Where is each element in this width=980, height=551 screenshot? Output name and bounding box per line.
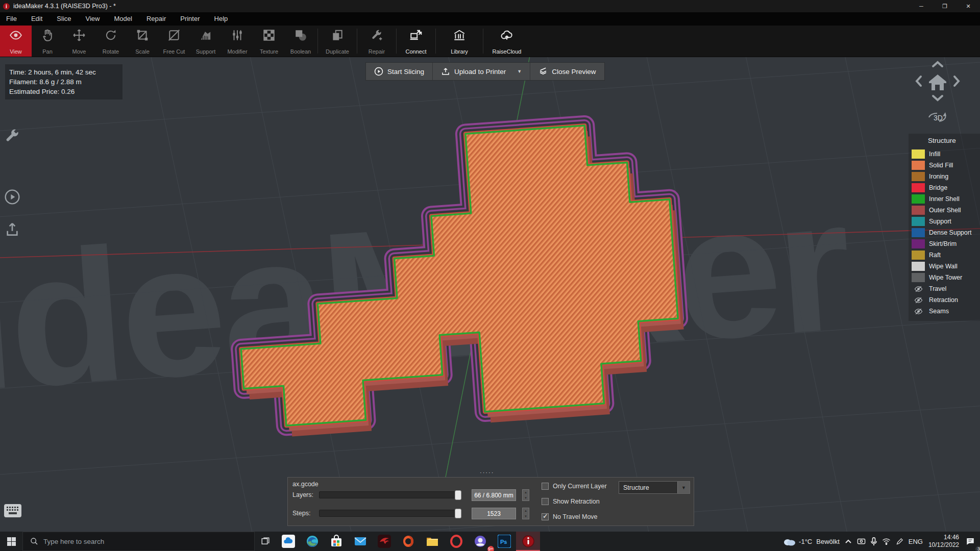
file-explorer-icon [426,535,439,548]
toolbar-move-button[interactable]: Move [63,26,95,57]
taskbar-app-game-bar[interactable]: 9+ [468,532,492,551]
eye-slash-icon [912,307,925,316]
layers-stepper[interactable]: ▲▼ [522,489,529,501]
toolbar-scale-button[interactable]: Scale [127,26,158,57]
language-indicator[interactable]: ENG [906,532,925,551]
toolbar-support-button[interactable]: Support [190,26,222,57]
taskbar-app-ideamaker[interactable] [516,532,540,551]
start-slicing-button[interactable]: Start Slicing [366,63,433,80]
toolbar-duplicate-button[interactable]: Duplicate [319,26,356,57]
layers-slider-knob[interactable] [455,490,461,500]
legend-item-inner-shell[interactable]: Inner Shell [912,193,980,205]
show-retraction-checkbox[interactable] [542,498,549,505]
upload-to-printer-button[interactable]: Upload to Printer ▼ [433,63,530,80]
task-view-button[interactable] [255,532,276,551]
no-travel-move-checkbox[interactable] [542,513,549,520]
taskbar-app-mail[interactable] [348,532,372,551]
nav-right-chevron[interactable] [954,77,959,86]
toolbar-pan-button[interactable]: Pan [32,26,63,57]
upload-dropdown-caret[interactable]: ▼ [517,69,522,74]
legend-item-travel[interactable]: Travel [912,283,980,294]
settings-wrench-button[interactable] [4,128,20,146]
viewport-3d[interactable]: ideaMaker [0,57,980,532]
steps-value[interactable]: 1523 [472,508,516,519]
legend-item-dense-support[interactable]: Dense Support [912,227,980,238]
toolbar-repair-button[interactable]: Repair [358,26,395,57]
legend-title: Structure [928,137,980,144]
toolbar-connect-button[interactable]: Connect [398,26,434,57]
legend-item-bridge[interactable]: Bridge [912,182,980,193]
legend-item-retraction[interactable]: Retraction [912,294,980,306]
taskbar-search-input[interactable]: Type here to search [22,532,255,551]
legend-item-support[interactable]: Support [912,216,980,227]
legend-item-seams[interactable]: Seams [912,306,980,317]
toolbar-rotate-button[interactable]: Rotate [95,26,127,57]
legend-item-outer-shell[interactable]: Outer Shell [912,205,980,216]
steps-slider[interactable] [319,510,461,517]
onscreen-keyboard-button[interactable] [4,504,21,519]
toolbar-view-button[interactable]: View [0,26,32,57]
layers-slider[interactable] [319,491,461,498]
taskbar-app-onedrive[interactable] [276,532,300,551]
scale-icon [136,29,149,42]
menu-slice[interactable]: Slice [50,12,78,26]
toolbar-modifier-button[interactable]: Modifier [222,26,253,57]
legend-item-skirt-brim[interactable]: Skirt/Brim [912,238,980,249]
svg-text:3D: 3D [934,114,943,122]
dropdown-arrow-icon[interactable]: ▼ [677,482,690,493]
tray-expand-button[interactable] [842,532,854,551]
maximize-button[interactable]: ❐ [933,0,957,12]
minimize-button[interactable]: ─ [910,0,933,12]
steps-slider-knob[interactable] [455,509,461,518]
wifi-tray-button[interactable] [879,532,893,551]
menu-edit[interactable]: Edit [24,12,50,26]
stat-filament: Filament: 8.6 g / 2.88 m [9,77,118,87]
steps-stepper[interactable]: ▲▼ [522,508,529,519]
taskbar-app-opera[interactable] [444,532,468,551]
nav-left-chevron[interactable] [917,77,921,86]
meet-now-button[interactable] [854,532,868,551]
legend-item-wipe-tower[interactable]: Wipe Tower [912,272,980,283]
menu-file[interactable]: File [0,12,24,26]
view-mode-dropdown[interactable]: Structure ▼ [619,481,690,494]
clock-widget[interactable]: 14:46 10/12/2022 [925,534,963,549]
toolbar-library-button[interactable]: Library [437,26,482,57]
windows-taskbar: Type here to search 9+Ps -1°C Bewölkt [0,532,980,551]
home-view-button[interactable] [929,74,946,90]
toolbar-free-cut-button[interactable]: Free Cut [158,26,190,57]
taskbar-app-file-explorer[interactable] [420,532,444,551]
layers-value[interactable]: 66 / 6.800 mm [472,489,516,501]
taskbar-app-edge[interactable] [300,532,324,551]
toolbar-boolean-button[interactable]: Boolean [285,26,316,57]
pen-tray-button[interactable] [893,532,906,551]
legend-item-ironing[interactable]: Ironing [912,171,980,182]
legend-item-wipe-wall[interactable]: Wipe Wall [912,261,980,272]
menu-model[interactable]: Model [107,12,139,26]
menu-view[interactable]: View [79,12,107,26]
legend-item-raft[interactable]: Raft [912,249,980,261]
nav-down-chevron[interactable] [933,96,942,100]
legend-item-infill[interactable]: Infill [912,148,980,160]
taskbar-app-photoshop[interactable]: Ps [492,532,516,551]
taskbar-app-store[interactable] [324,532,348,551]
start-button[interactable] [0,532,22,551]
toolbar-raisecloud-button[interactable]: RaiseCloud [484,26,529,57]
microphone-tray-button[interactable] [868,532,879,551]
legend-item-solid-fill[interactable]: Solid Fill [912,160,980,171]
close-button[interactable]: ✕ [957,0,980,12]
taskbar-app-office[interactable] [396,532,420,551]
menu-help[interactable]: Help [207,12,235,26]
weather-widget[interactable]: -1°C Bewölkt [780,532,842,551]
rotate-3d-button[interactable]: 3D [929,112,946,122]
only-current-layer-checkbox[interactable] [542,483,549,490]
close-preview-button[interactable]: Close Preview [530,63,604,80]
menu-repair[interactable]: Repair [139,12,173,26]
notification-center-button[interactable]: 3 [963,532,980,551]
panel-drag-handle[interactable]: ····· [480,469,494,475]
taskbar-app-dragon-center[interactable] [372,532,396,551]
toolbar-texture-button[interactable]: Texture [253,26,285,57]
nav-up-chevron[interactable] [933,62,942,66]
export-button[interactable] [4,221,20,240]
play-animation-button[interactable] [4,189,20,207]
menu-printer[interactable]: Printer [173,12,207,26]
